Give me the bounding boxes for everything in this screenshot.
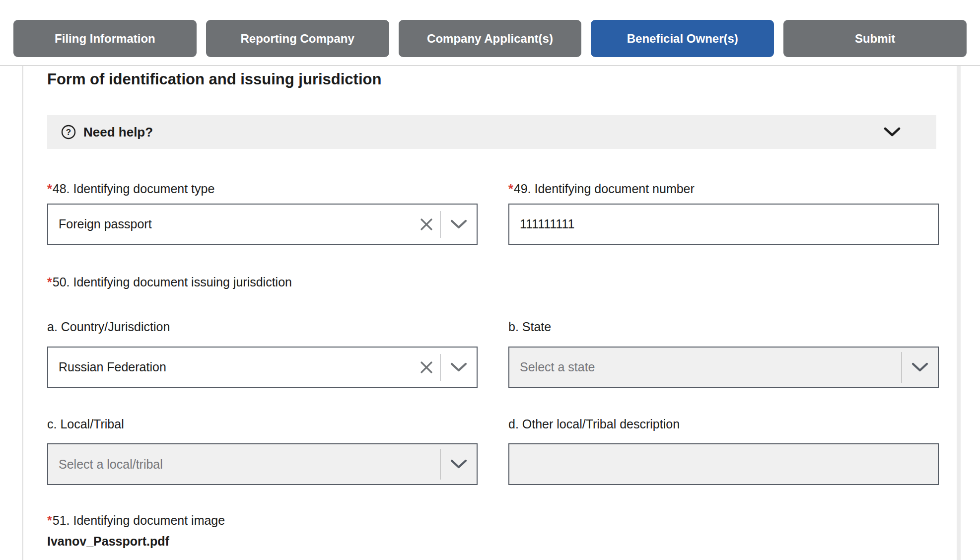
chevron-down-icon: [884, 127, 901, 137]
country-label: a. Country/Jurisdiction: [47, 319, 478, 335]
jurisdiction-label: *50. Identifying document issuing jurisd…: [47, 274, 939, 290]
tab-reporting-company[interactable]: Reporting Company: [206, 20, 389, 57]
doc-type-combobox[interactable]: Foreign passport: [47, 204, 478, 245]
doc-type-value: Foreign passport: [48, 217, 413, 231]
page-title: Form of identification and issuing juris…: [47, 70, 939, 88]
uploaded-file-name: Ivanov_Passport.pdf: [47, 534, 939, 549]
dropdown-toggle-button[interactable]: [441, 205, 477, 244]
chevron-down-icon: [911, 362, 928, 372]
local-tribal-label: c. Local/Tribal: [47, 416, 478, 432]
svg-text:?: ?: [66, 128, 71, 137]
tab-filing-information[interactable]: Filing Information: [13, 20, 197, 57]
doc-number-label: *49. Identifying document number: [508, 181, 939, 197]
dropdown-toggle-button: [441, 444, 477, 484]
state-label: b. State: [508, 319, 939, 335]
chevron-down-icon: [450, 219, 467, 229]
required-asterisk: *: [47, 182, 52, 196]
dropdown-toggle-button: [902, 348, 938, 387]
x-icon: [419, 216, 434, 232]
state-placeholder: Select a state: [509, 360, 901, 374]
required-asterisk: *: [508, 182, 513, 196]
need-help-accordion[interactable]: ? Need help?: [47, 115, 936, 149]
doc-type-label: *48. Identifying document type: [47, 181, 478, 197]
clear-selection-button[interactable]: [413, 348, 440, 387]
x-icon: [419, 359, 434, 375]
required-asterisk: *: [47, 275, 52, 289]
country-combobox[interactable]: Russian Federation: [47, 347, 478, 388]
other-desc-input: [508, 443, 939, 485]
other-desc-label: d. Other local/Tribal description: [508, 416, 939, 432]
tab-beneficial-owner-s[interactable]: Beneficial Owner(s): [591, 20, 774, 57]
local-tribal-placeholder: Select a local/tribal: [48, 457, 440, 472]
doc-image-label: *51. Identifying document image: [47, 512, 939, 529]
doc-number-input[interactable]: [508, 204, 939, 245]
tab-company-applicant-s[interactable]: Company Applicant(s): [399, 20, 582, 57]
state-select: Select a state: [508, 347, 939, 388]
vertical-scrollbar[interactable]: [957, 66, 961, 560]
chevron-down-icon: [450, 459, 467, 469]
local-tribal-select: Select a local/tribal: [47, 443, 478, 485]
chevron-down-icon: [450, 362, 467, 372]
form-content: Form of identification and issuing juris…: [22, 66, 980, 560]
tab-bar: Filing InformationReporting CompanyCompa…: [0, 0, 980, 57]
question-circle-icon: ?: [61, 125, 76, 140]
need-help-label: Need help?: [83, 125, 153, 140]
dropdown-toggle-button[interactable]: [441, 348, 477, 387]
required-asterisk: *: [47, 513, 52, 527]
tab-submit[interactable]: Submit: [783, 20, 967, 57]
country-value: Russian Federation: [48, 360, 413, 374]
clear-selection-button[interactable]: [413, 205, 440, 244]
